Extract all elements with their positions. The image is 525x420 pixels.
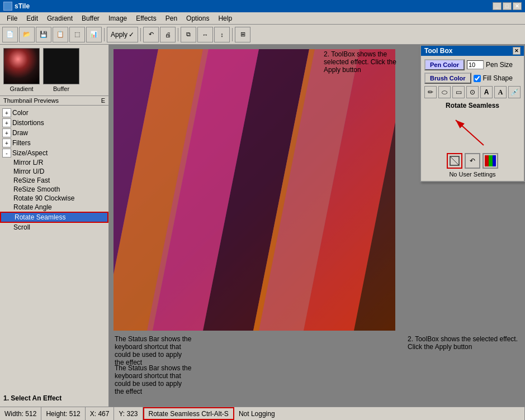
rotate-diagram [424, 112, 521, 151]
rotate-seamless-active-button[interactable] [447, 153, 462, 169]
menu-effects[interactable]: Effects [131, 13, 160, 23]
tree-label-resizefast: ReSize Fast [13, 176, 50, 184]
pen-size-input[interactable] [467, 60, 484, 69]
toolbox-title-label: Tool Box [424, 47, 452, 55]
svg-rect-18 [493, 155, 496, 166]
histogram-button[interactable]: 📊 [86, 27, 102, 42]
menu-help[interactable]: Help [214, 13, 237, 23]
rotate-icon [449, 155, 460, 166]
text-b-tool[interactable]: A [494, 86, 507, 98]
app-title: sTile [15, 2, 493, 10]
pencil-tool[interactable]: ✏ [424, 86, 437, 98]
oval-tool[interactable]: ⬭ [438, 86, 451, 98]
tree-item-color[interactable]: + Color [0, 108, 108, 118]
menu-gradient[interactable]: Gradient [42, 13, 77, 23]
pen-color-row: Pen Color Pen Size [424, 59, 521, 70]
gradient-label: Gradient [10, 85, 33, 92]
rect-tool[interactable]: ▭ [452, 86, 465, 98]
menu-image[interactable]: Image [104, 13, 131, 23]
tree-item-mirrorlr[interactable]: Mirror L/R [0, 158, 108, 167]
status-shortcut: Rotate Seamless Ctrl-Alt-S [143, 407, 234, 420]
tree-label-mirrorud: Mirror U/D [13, 168, 44, 175]
tree-label-resizesmooth: ReSize Smooth [13, 185, 60, 193]
tree-label-scroll: Scroll [13, 223, 30, 231]
move2-button[interactable]: ↕ [214, 27, 230, 42]
undo-button[interactable]: ↶ [143, 27, 159, 42]
move1-button[interactable]: ↔ [197, 27, 213, 42]
toolbox-body: Pen Color Pen Size Brush Color Fill Shap… [421, 56, 524, 181]
grid-button[interactable]: ⊞ [235, 27, 250, 42]
tree-item-sizeaspect[interactable]: - Size/Aspect [0, 148, 108, 158]
app-icon [3, 2, 12, 11]
tree-item-distortions[interactable]: + Distortions [0, 118, 108, 128]
tree-item-draw[interactable]: + Draw [0, 128, 108, 138]
lasso-tool[interactable]: ⊙ [466, 86, 479, 98]
eyedropper-tool[interactable]: 💉 [508, 86, 521, 98]
expand-color[interactable]: + [2, 108, 11, 117]
expand-filters[interactable]: + [2, 139, 11, 147]
buffer-thumbnail[interactable]: Buffer [43, 48, 79, 92]
toolbar-separator-3 [178, 28, 178, 41]
info-line2: keyboard shortcut that [115, 372, 191, 380]
save-button[interactable]: 💾 [36, 27, 51, 42]
gradient-thumbnail[interactable]: Gradient [3, 48, 40, 92]
apply-label: Apply [111, 31, 127, 39]
tree-item-filters[interactable]: + Filters [0, 138, 108, 148]
menu-file[interactable]: File [2, 13, 22, 23]
toolbox-close-button[interactable]: ✕ [513, 47, 521, 55]
info-text-line4: the effect [115, 359, 191, 366]
tree-item-mirrorud[interactable]: Mirror U/D [0, 167, 108, 176]
svg-line-15 [450, 156, 459, 165]
select-button[interactable]: ⬚ [69, 27, 85, 42]
tree-item-rotate90cw[interactable]: Rotate 90 Clockwise [0, 194, 108, 203]
undo-tool-button[interactable]: ↶ [465, 153, 480, 169]
menu-buffer[interactable]: Buffer [77, 13, 104, 23]
copy-button[interactable]: ⧉ [181, 27, 196, 42]
toolbar: 📄 📂 💾 📋 ⬚ 📊 Apply ✓ ↶ 🖨 ⧉ ↔ ↕ ⊞ [0, 25, 525, 45]
tree-item-scroll[interactable]: Scroll [0, 223, 108, 232]
tree-label-draw: Draw [12, 129, 28, 137]
expand-sizeaspect[interactable]: - [2, 149, 11, 157]
info-text-line1: The Status Bar shows the [115, 335, 191, 343]
thumbnail-previews-label: Thumbnail Previews [3, 97, 59, 104]
menu-pen[interactable]: Pen [161, 13, 182, 23]
fill-shape-label: Fill Shape [483, 74, 513, 82]
minimize-button[interactable]: _ [493, 2, 502, 10]
maximize-button[interactable]: □ [503, 2, 512, 10]
pen-size-label: Pen Size [486, 61, 513, 69]
pen-color-button[interactable]: Pen Color [424, 59, 465, 70]
saveas-button[interactable]: 📋 [53, 27, 68, 42]
color-bands-button[interactable] [483, 153, 498, 169]
instruction-text: 1. Select An Effect [0, 390, 108, 407]
menu-edit[interactable]: Edit [22, 13, 42, 23]
open-button[interactable]: 📂 [19, 27, 35, 42]
brush-color-row: Brush Color Fill Shape [424, 73, 521, 84]
status-x: X: 467 [86, 407, 115, 420]
instruction2-text: 2. ToolBox shows the selected effect. Cl… [324, 50, 413, 74]
expand-distortions[interactable]: + [2, 118, 11, 127]
bottom-instruction: The Status Bar shows the keyboard shortc… [115, 335, 191, 366]
print-button[interactable]: 🖨 [160, 27, 176, 42]
tree-label-distortions: Distortions [12, 119, 44, 127]
tree-item-rotateseamless[interactable]: Rotate Seamless [0, 212, 108, 223]
tree-label-rotateseamless: Rotate Seamless [15, 213, 65, 221]
fill-shape-checkbox[interactable] [474, 75, 481, 82]
tree-item-resizefast[interactable]: ReSize Fast [0, 176, 108, 185]
tree-item-rotateangle[interactable]: Rotate Angle [0, 203, 108, 212]
brush-color-button[interactable]: Brush Color [424, 73, 471, 84]
effects-tree: + Color + Distortions + Draw + Filters -… [0, 106, 108, 390]
tree-item-resizesmooth[interactable]: ReSize Smooth [0, 185, 108, 194]
new-button[interactable]: 📄 [2, 27, 18, 42]
close-button[interactable]: ✕ [513, 2, 522, 10]
status-y: Y: 323 [114, 407, 143, 420]
info-text-area: The Status Bar shows the keyboard shortc… [115, 364, 191, 395]
menu-options[interactable]: Options [182, 13, 214, 23]
svg-rect-16 [485, 155, 489, 166]
info-line3: could be used to apply [115, 380, 191, 388]
status-bar: Width: 512 Height: 512 X: 467 Y: 323 Rot… [0, 407, 525, 420]
text-a-tool[interactable]: A [480, 86, 493, 98]
apply-button[interactable]: Apply ✓ [107, 27, 138, 42]
tree-label-color: Color [12, 109, 29, 117]
expand-draw[interactable]: + [2, 128, 11, 137]
canvas-svg [113, 49, 395, 331]
